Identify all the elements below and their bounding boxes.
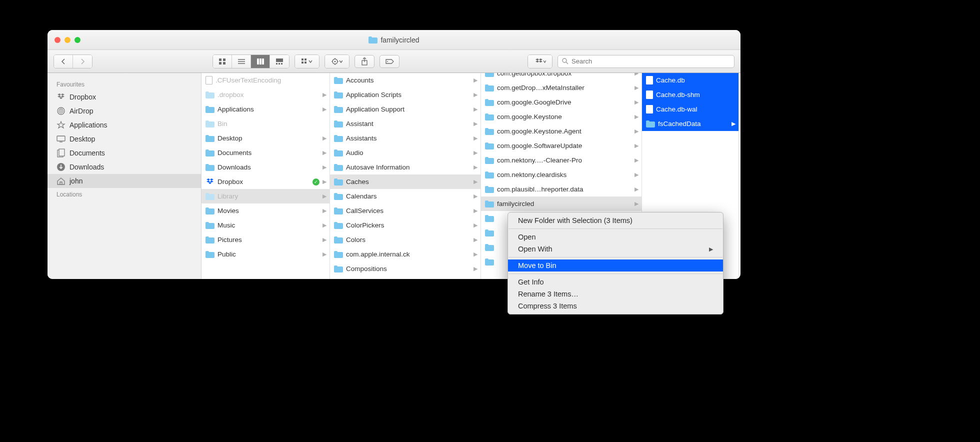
file-row[interactable]: com.getdropbox.dropbox▶ — [481, 73, 642, 80]
file-row[interactable]: Application Scripts▶ — [330, 88, 480, 102]
file-row[interactable]: CallServices▶ — [330, 204, 480, 218]
file-row[interactable]: Movies▶ — [202, 204, 330, 218]
file-row[interactable]: Pictures▶ — [202, 232, 330, 247]
file-name: .dropbox — [218, 91, 320, 98]
sidebar-item-label: Dropbox — [70, 93, 96, 101]
file-row[interactable]: fsCachedData▶ — [642, 116, 738, 131]
file-row[interactable]: Application Support▶ — [330, 102, 480, 116]
file-row[interactable]: Compositions▶ — [330, 262, 480, 276]
folder-icon — [485, 157, 494, 164]
search-field[interactable] — [558, 55, 734, 68]
file-row[interactable]: Cache.db — [642, 73, 738, 88]
sidebar-item-dropbox[interactable]: Dropbox — [48, 90, 201, 104]
forward-button[interactable] — [73, 55, 92, 68]
menu-item[interactable]: Open With▶ — [508, 243, 723, 255]
sidebar-item-john[interactable]: john — [48, 174, 201, 188]
svg-line-28 — [566, 62, 568, 64]
file-row[interactable]: Downloads▶ — [202, 160, 330, 174]
file-row[interactable]: Assistant▶ — [330, 116, 480, 131]
menu-item[interactable]: Move to Bin — [508, 260, 723, 272]
file-row[interactable]: Containers▶ — [330, 276, 480, 279]
close-button[interactable] — [54, 37, 60, 43]
file-name: Bin — [218, 120, 326, 128]
file-name: Calendars — [346, 192, 470, 200]
share-button[interactable] — [354, 55, 374, 68]
folder-icon — [334, 106, 343, 113]
file-name: Pictures — [218, 236, 320, 244]
list-view-button[interactable] — [232, 55, 251, 68]
menu-item[interactable]: New Folder with Selection (3 Items) — [508, 214, 723, 226]
file-row[interactable]: Library▶ — [202, 189, 330, 204]
file-row[interactable]: Applications▶ — [202, 102, 330, 116]
folder-icon — [485, 186, 494, 193]
file-row[interactable]: com.google.GoogleDrive▶ — [481, 95, 642, 110]
chevron-right-icon: ▶ — [474, 106, 478, 112]
menu-item[interactable]: Compress 3 Items — [508, 300, 723, 312]
context-menu: New Folder with Selection (3 Items)OpenO… — [508, 212, 724, 314]
chevron-right-icon: ▶ — [474, 164, 478, 170]
chevron-right-icon: ▶ — [322, 251, 326, 258]
menu-item[interactable]: Open — [508, 231, 723, 243]
file-row[interactable]: .CFUserTextEncoding — [202, 73, 330, 88]
file-name: com.google.Keystone.Agent — [497, 128, 632, 135]
sidebar-item-airdrop[interactable]: AirDrop — [48, 104, 201, 118]
file-row[interactable]: Cache.db-wal — [642, 102, 738, 116]
file-row[interactable]: Documents▶ — [202, 146, 330, 160]
file-row[interactable]: Audio▶ — [330, 146, 480, 160]
file-name: ColorPickers — [346, 222, 470, 229]
file-row[interactable]: familycircled▶ — [481, 196, 642, 211]
menu-item[interactable]: Rename 3 Items… — [508, 288, 723, 300]
file-row[interactable]: Assistants▶ — [330, 131, 480, 146]
tags-button[interactable] — [380, 55, 400, 68]
file-row[interactable]: .dropbox▶ — [202, 88, 330, 102]
sidebar-item-downloads[interactable]: Downloads — [48, 160, 201, 174]
arrange-button[interactable] — [295, 55, 319, 68]
file-row[interactable]: com.google.Keystone.Agent▶ — [481, 124, 642, 138]
action-button[interactable] — [325, 55, 349, 68]
window-title-text: familycircled — [380, 36, 419, 44]
file-row[interactable]: com.apple.internal.ck▶ — [330, 247, 480, 262]
file-row[interactable]: Bin — [202, 116, 330, 131]
file-row[interactable]: com.nektony.cleardisks▶ — [481, 168, 642, 182]
back-button[interactable] — [54, 55, 73, 68]
file-row[interactable]: com.google.SoftwareUpdate▶ — [481, 138, 642, 153]
icon-view-button[interactable] — [213, 55, 232, 68]
file-row[interactable]: Dropbox✓▶ — [202, 174, 330, 189]
dropbox-toolbar-button[interactable] — [528, 55, 552, 68]
menu-item-label: Open With — [518, 245, 552, 253]
search-input[interactable] — [572, 58, 730, 65]
menu-item[interactable]: Get Info — [508, 276, 723, 288]
file-row[interactable]: com.nektony.…-Cleaner-Pro▶ — [481, 153, 642, 168]
menu-item-label: New Folder with Selection (3 Items) — [518, 216, 632, 224]
gallery-view-button[interactable] — [270, 55, 289, 68]
sidebar-item-documents[interactable]: Documents — [48, 146, 201, 160]
file-row[interactable]: Cache.db-shm — [642, 88, 738, 102]
file-row[interactable]: Accounts▶ — [330, 73, 480, 88]
sidebar-item-applications[interactable]: Applications — [48, 118, 201, 132]
folder-icon — [485, 230, 494, 236]
file-name: Movies — [218, 207, 320, 214]
folder-icon — [334, 135, 343, 142]
svg-rect-12 — [278, 63, 280, 64]
zoom-button[interactable] — [74, 37, 80, 43]
file-row[interactable]: Public▶ — [202, 247, 330, 262]
file-row[interactable]: ColorPickers▶ — [330, 218, 480, 232]
file-row[interactable]: com.plausibl…hreporter.data▶ — [481, 182, 642, 196]
toolbar — [48, 50, 740, 73]
file-row[interactable]: Music▶ — [202, 218, 330, 232]
file-row[interactable]: com.google.Keystone▶ — [481, 110, 642, 124]
svg-point-26 — [387, 61, 388, 62]
sidebar-item-desktop[interactable]: Desktop — [48, 132, 201, 146]
sidebar-item-label: Downloads — [70, 163, 104, 171]
file-row[interactable]: Colors▶ — [330, 232, 480, 247]
file-row[interactable]: com.getDrop…xMetaInstaller▶ — [481, 80, 642, 95]
svg-point-31 — [60, 110, 62, 112]
file-row[interactable]: Autosave Information▶ — [330, 160, 480, 174]
file-row[interactable]: Calendars▶ — [330, 189, 480, 204]
file-row[interactable]: Caches▶ — [330, 174, 480, 189]
file-row[interactable]: Desktop▶ — [202, 131, 330, 146]
column-view-button[interactable] — [251, 55, 270, 68]
file-name: com.google.SoftwareUpdate — [497, 142, 632, 150]
minimize-button[interactable] — [64, 37, 70, 43]
chevron-right-icon: ▶ — [322, 164, 326, 170]
